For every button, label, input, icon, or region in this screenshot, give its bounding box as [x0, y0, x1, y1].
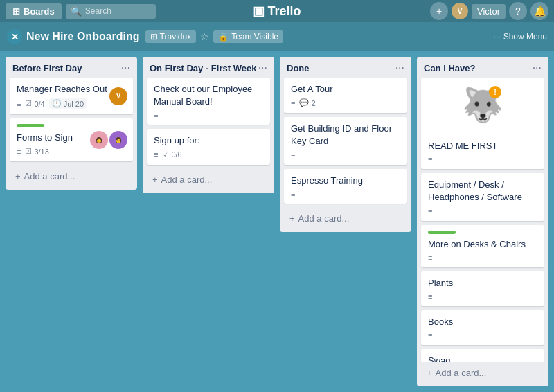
card-avatar: V — [109, 87, 127, 105]
list-icon: ≡ — [17, 100, 21, 108]
card-manager-reaches-out[interactable]: Manager Reaches Out ≡ ☑ 0/4 🕐 Jul 20 — [10, 78, 133, 114]
comment-icon: 💬 — [299, 98, 309, 107]
card-list-icon: ≡ — [428, 292, 432, 301]
card-badges: ≡ — [428, 331, 537, 339]
card-badges: ≡ ☑ 0/6 — [154, 150, 263, 159]
card-equipment[interactable]: Equipment / Desk / Headphones / Software… — [421, 173, 544, 220]
husky-image-wrap: 🐺 ! — [428, 83, 537, 137]
checklist-icon: ☑ — [162, 150, 169, 159]
search-input[interactable] — [85, 6, 151, 16]
card-avatars: V — [109, 87, 127, 105]
show-menu-button[interactable]: ··· Show Menu — [494, 32, 547, 42]
clock-icon: 🕐 — [52, 99, 62, 108]
list-before-first-day: Before First Day ··· Manager Reaches Out… — [6, 57, 137, 190]
list-icon: ≡ — [428, 155, 432, 163]
boards-button[interactable]: ⊞ Boards — [6, 3, 62, 19]
card-comments-badge: 💬 2 — [299, 98, 315, 107]
card-list-icon: ≡ — [291, 99, 295, 107]
add-card-label: Add a card... — [161, 175, 213, 185]
lock-icon: 🔒 — [218, 32, 229, 42]
card-badges: ≡ 💬 2 — [291, 98, 400, 107]
card-title: Plants — [428, 277, 537, 289]
list-icon: ≡ — [291, 99, 295, 107]
notifications-button[interactable]: 🔔 — [530, 2, 548, 20]
user-menu-button[interactable]: Victor — [472, 4, 506, 19]
list-menu-button[interactable]: ··· — [533, 62, 542, 73]
list-header-on-first-day: On First Day - First Week ··· — [143, 57, 274, 78]
search-wrap: 🔍 — [66, 4, 156, 19]
card-avatar-1: 👩 — [90, 131, 108, 149]
card-books[interactable]: Books ≡ — [421, 310, 544, 345]
card-list-icon: ≡ — [428, 331, 432, 339]
card-get-a-tour[interactable]: Get A Tour ≡ 💬 2 — [284, 78, 407, 113]
star-button[interactable]: ☆ — [200, 31, 209, 42]
warning-icon: ! — [489, 86, 501, 98]
checklist-icon: ☑ — [25, 99, 32, 108]
card-list-icon: ≡ — [428, 253, 432, 262]
card-more-desks[interactable]: More on Desks & Chairs ≡ — [421, 225, 544, 267]
card-badges: ≡ — [291, 190, 400, 198]
card-plants[interactable]: Plants ≡ — [421, 271, 544, 306]
list-cards-can-i-have: 🐺 ! READ ME FIRST ≡ Equipment / Desk / H… — [417, 78, 548, 362]
boards-label: Boards — [24, 6, 55, 17]
plus-icon: + — [427, 368, 432, 378]
plus-icon: + — [289, 213, 295, 224]
list-header-before-first-day: Before First Day ··· — [6, 57, 137, 78]
list-icon: ≡ — [428, 292, 432, 301]
card-label-green — [17, 124, 44, 127]
card-list-icon: ≡ — [291, 151, 295, 159]
card-avatars: 👩 👩 — [90, 131, 127, 149]
list-menu-button[interactable]: ··· — [395, 62, 404, 73]
list-can-i-have: Can I Have? ··· 🐺 ! READ ME FIRST ≡ — [417, 57, 548, 386]
list-menu-button[interactable]: ··· — [258, 62, 267, 73]
card-list-icon: ≡ — [17, 148, 21, 156]
card-swag[interactable]: Swag ≡ — [421, 349, 544, 362]
card-list-icon: ≡ — [154, 111, 158, 119]
list-title-on-first-day: On First Day - First Week — [150, 63, 256, 73]
card-title: Espresso Training — [291, 175, 400, 187]
help-button[interactable]: ? — [509, 2, 527, 20]
list-menu-button[interactable]: ··· — [121, 62, 130, 73]
user-name: Victor — [477, 6, 500, 17]
visibility-badge[interactable]: 🔒 Team Visible — [213, 30, 283, 43]
trello-logo: ▣ Trello — [253, 3, 301, 19]
list-title-done: Done — [287, 63, 310, 73]
card-title: Swag — [428, 355, 537, 362]
board-meta: ⊞ Travidux ☆ 🔒 Team Visible — [145, 30, 283, 43]
list-done: Done ··· Get A Tour ≡ 💬 2 Get Bu — [280, 57, 411, 232]
list-icon: ≡ — [291, 190, 295, 198]
card-list-icon: ≡ — [428, 155, 432, 163]
card-sign-up[interactable]: Sign up for: ≡ ☑ 0/6 — [147, 129, 270, 164]
card-title: Books — [428, 316, 537, 328]
home-icon: ⊞ — [12, 6, 20, 17]
card-read-me-first[interactable]: 🐺 ! READ ME FIRST ≡ — [421, 78, 544, 169]
card-building-id[interactable]: Get Building ID and Floor Key Card ≡ — [284, 117, 407, 164]
trello-logo-text: Trello — [267, 4, 301, 19]
card-title: Equipment / Desk / Headphones / Software — [428, 179, 537, 204]
card-employee-manual[interactable]: Check out our Employee Manual Board! ≡ — [147, 78, 270, 125]
trello-logo-icon: ▣ — [253, 3, 265, 19]
workspace-badge[interactable]: ⊞ Travidux — [145, 30, 197, 43]
add-card-button-before-first-day[interactable]: + Add a card... — [10, 167, 133, 186]
board-header: ✕ New Hire Onboarding ⊞ Travidux ☆ 🔒 Tea… — [0, 22, 554, 51]
card-espresso-training[interactable]: Espresso Training ≡ — [284, 169, 407, 204]
add-button[interactable]: + — [430, 2, 448, 20]
card-list-icon: ≡ — [428, 207, 432, 215]
list-on-first-day: On First Day - First Week ··· Check out … — [143, 57, 274, 193]
card-badges: ≡ — [428, 207, 537, 215]
add-card-button-on-first-day[interactable]: + Add a card... — [147, 170, 270, 189]
list-icon: ≡ — [428, 207, 432, 215]
add-card-button-can-i-have[interactable]: + Add a card... — [421, 364, 544, 382]
list-cards-before-first-day: Manager Reaches Out ≡ ☑ 0/4 🕐 Jul 20 — [6, 78, 137, 166]
user-avatar-img: V — [452, 3, 468, 19]
show-menu-label: Show Menu — [503, 32, 547, 42]
card-forms-to-sign[interactable]: Forms to Sign ≡ ☑ 3/13 👩 👩 — [10, 118, 133, 161]
nav-right: + V Victor ? 🔔 — [430, 2, 548, 20]
board-icon: ✕ — [7, 29, 22, 44]
list-icon: ≡ — [17, 148, 21, 156]
card-title: READ ME FIRST — [428, 140, 537, 152]
card-title: Get Building ID and Floor Key Card — [291, 123, 400, 148]
add-card-button-done[interactable]: + Add a card... — [284, 209, 407, 228]
card-title: Check out our Employee Manual Board! — [154, 83, 263, 108]
checklist-icon: ☑ — [25, 147, 32, 156]
